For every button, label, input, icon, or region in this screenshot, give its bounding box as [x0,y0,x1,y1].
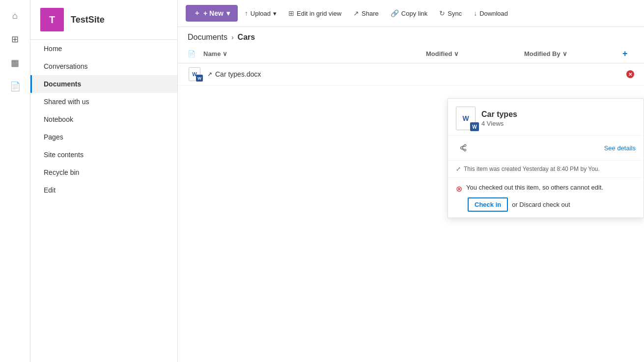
see-details-link[interactable]: See details [604,144,636,152]
file-list-header: 📄 Name ∨ Modified ∨ Modified By ∨ + [178,45,644,63]
word-badge: W [196,75,203,82]
breadcrumb-current: Cars [238,33,255,42]
breadcrumb: Documents › Cars [178,27,644,45]
grid-rail-icon[interactable]: ▦ [5,53,25,73]
sync-label: Sync [448,10,462,17]
download-button[interactable]: ↓ Download [469,6,513,20]
checkout-actions: Check in or Discard check out [468,197,636,212]
hover-panel-title: Car types [481,110,517,119]
sidebar-item-edit[interactable]: Edit [30,181,177,199]
modified-by-sort-icon: ∨ [562,50,567,57]
sidebar-item-pages[interactable]: Pages [30,128,177,146]
icon-rail: ⌂ ⊞ ▦ 📄 [0,0,30,362]
document-rail-icon[interactable]: 📄 [5,77,25,96]
hover-panel-info: Car types 4 Views [481,110,517,127]
toolbar: ＋ + New ▾ ↑ Upload ▾ ⊞ Edit in grid view… [178,0,644,27]
checkout-marker: ↗ [207,71,212,78]
checkout-error-icon: ⊗ [456,184,462,194]
copy-link-label: Copy link [401,10,427,17]
main-content: ＋ + New ▾ ↑ Upload ▾ ⊞ Edit in grid view… [178,0,644,362]
sidebar-item-documents[interactable]: Documents [30,75,177,93]
sidebar: T TestSite Home Conversations Documents … [30,0,178,362]
upload-button[interactable]: ↑ Upload ▾ [240,6,281,20]
waffle-rail-icon[interactable]: ⊞ [5,29,25,49]
site-title: TestSite [71,15,105,25]
new-button[interactable]: ＋ + New ▾ [186,5,238,22]
modified-sort-icon: ∨ [454,50,459,57]
share-icon: ↗ [353,9,359,17]
edit-grid-button[interactable]: ⊞ Edit in grid view [283,6,346,20]
sync-button[interactable]: ↻ Sync [434,6,467,20]
upload-chevron-icon: ▾ [273,10,277,17]
sidebar-item-site-contents[interactable]: Site contents [30,146,177,164]
new-plus-icon: ＋ [194,9,200,18]
share-label: Share [362,10,379,17]
file-type-icon: 📄 [188,50,196,57]
download-icon: ↓ [474,9,477,17]
breadcrumb-parent[interactable]: Documents [188,33,227,42]
file-name-cell: ↗ Car types.docx [203,70,634,78]
sidebar-item-shared[interactable]: Shared with us [30,93,177,111]
hover-panel-created: ⤢ This item was created Yesterday at 8:4… [448,161,644,178]
sidebar-item-recycle-bin[interactable]: Recycle bin [30,164,177,181]
add-col-button[interactable]: + [622,49,634,59]
site-logo: T [40,8,64,31]
expand-icon: ⤢ [456,166,461,172]
hover-word-badge: W [470,122,479,131]
download-label: Download [479,10,508,17]
name-col-header[interactable]: Name ∨ [203,50,426,57]
file-type-col-header: 📄 [188,50,203,57]
copy-link-button[interactable]: 🔗 Copy link [386,6,432,20]
table-row[interactable]: W W ↗ Car types.docx ✕ [178,63,644,85]
edit-grid-label: Edit in grid view [297,10,341,17]
site-header: T TestSite [30,0,177,40]
link-icon: 🔗 [391,9,399,17]
word-doc-icon: W W [188,67,201,81]
share-button[interactable]: ↗ Share [348,6,384,20]
checkout-warning-text: You checked out this item, so others can… [466,184,603,191]
created-text: This item was created Yesterday at 8:40 … [464,166,600,172]
name-sort-icon: ∨ [223,50,227,57]
modified-col-header[interactable]: Modified ∨ [426,50,524,57]
upload-icon: ↑ [245,9,248,17]
sidebar-item-conversations[interactable]: Conversations [30,57,177,75]
upload-label: Upload [251,10,271,17]
sidebar-item-home[interactable]: Home [30,40,177,57]
hover-share-button[interactable] [456,140,471,155]
new-label: + New [203,9,224,17]
hover-panel-checkout: ⊗ You checked out this item, so others c… [448,178,644,218]
discard-checkout-link[interactable]: or Discard check out [512,201,570,208]
breadcrumb-separator: › [231,33,234,41]
file-type-cell: W W [188,67,203,81]
hover-panel: W W Car types 4 Views See details ⤢ This… [448,98,644,218]
sidebar-item-notebook[interactable]: Notebook [30,111,177,128]
sync-icon: ↻ [439,9,445,17]
grid-icon: ⊞ [288,9,294,17]
hover-panel-actions: See details [448,136,644,161]
error-indicator: ✕ [626,70,634,78]
file-name-text: Car types.docx [215,70,261,78]
checkout-warning: ⊗ You checked out this item, so others c… [456,184,636,194]
hover-panel-views: 4 Views [481,120,517,127]
hover-panel-file-icon: W W [456,107,476,130]
hover-panel-header: W W Car types 4 Views [448,99,644,136]
home-rail-icon[interactable]: ⌂ [5,6,25,26]
modified-by-col-header[interactable]: Modified By ∨ [524,50,622,57]
new-chevron-icon: ▾ [226,9,230,17]
check-in-button[interactable]: Check in [468,197,508,212]
